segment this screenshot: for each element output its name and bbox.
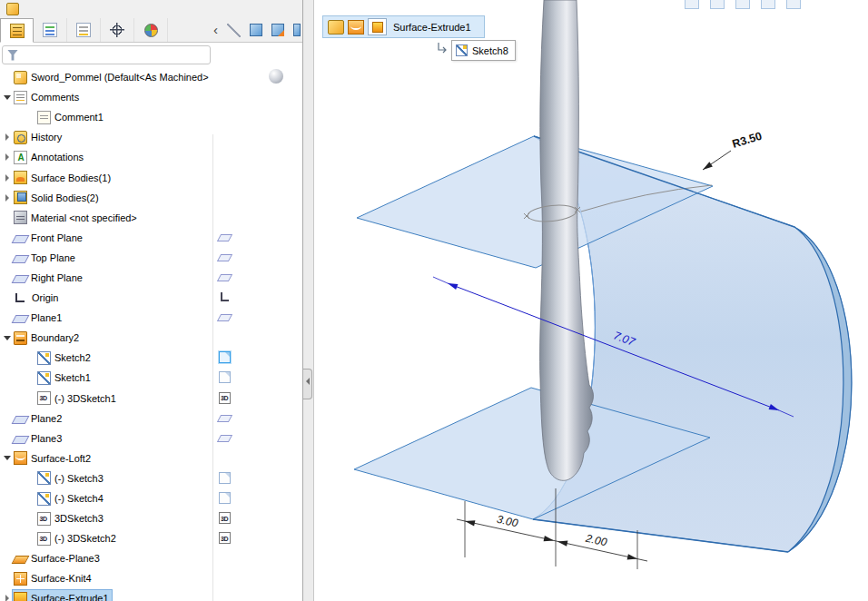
tree-item-content[interactable]: Surface Bodies(1) — [13, 170, 113, 186]
tree-item-content[interactable]: Sketch2 — [36, 350, 94, 366]
tree-item-surface-extrude1[interactable]: Surface-Extrude1 — [0, 588, 303, 601]
breadcrumb-label: Surface-Extrude1 — [393, 22, 471, 33]
tree-item-content[interactable]: Plane3 — [13, 430, 64, 447]
tree-item-content[interactable]: Material <not specified> — [13, 210, 140, 226]
part-icon[interactable] — [328, 20, 344, 34]
tree-item-3dsketch2[interactable]: (-) 3DSketch2 — [0, 528, 303, 548]
hide-show-icon[interactable] — [227, 24, 241, 37]
expand-arrow-icon — [25, 389, 36, 409]
orientation-cube-icon[interactable] — [250, 24, 262, 36]
expand-arrow-icon[interactable] — [2, 588, 13, 601]
tree-item-label: (-) 3DSketch1 — [54, 393, 116, 404]
tree-item-sketch1[interactable]: Sketch1 — [0, 368, 303, 388]
expand-arrow-icon — [2, 548, 13, 568]
tree-item-history[interactable]: History — [0, 127, 303, 147]
expand-arrow-icon[interactable] — [2, 87, 13, 107]
feature-icon[interactable] — [348, 20, 364, 34]
tree-item-content[interactable]: Sword_Pommel (Default<As Machined> — [13, 69, 212, 85]
tab-displaymanager[interactable] — [134, 18, 168, 42]
tree-item-sketch4[interactable]: (-) Sketch4 — [0, 488, 303, 508]
tree-item-content[interactable]: Surface-Extrude1 — [13, 590, 112, 601]
tree-item-plane1[interactable]: Plane1 — [0, 308, 303, 328]
tree-item-content[interactable]: Surface-Plane3 — [13, 550, 103, 567]
tree-item-content[interactable]: Surface-Knit4 — [13, 570, 94, 586]
filter-funnel-icon[interactable] — [7, 50, 18, 61]
tree-item-surface-knit4[interactable]: Surface-Knit4 — [0, 568, 303, 588]
tree-item-surface-loft2[interactable]: Surface-Loft2 — [0, 448, 303, 468]
heads-up-toolbar-icon[interactable] — [735, 0, 750, 9]
tree-item-comment1[interactable]: Comment1 — [0, 107, 303, 127]
tree-item-content[interactable]: Plane2 — [13, 410, 64, 427]
tree-item-sword-pommel-default-as-machined[interactable]: Sword_Pommel (Default<As Machined> — [0, 67, 303, 87]
tab-dimxpertmanager[interactable] — [101, 18, 134, 42]
tree-item-content[interactable]: History — [13, 129, 64, 145]
expand-arrow-icon[interactable] — [2, 448, 13, 468]
tree-item-material-not-specified[interactable]: Material <not specified> — [0, 208, 303, 228]
collapse-chevron-icon[interactable]: ‹ — [213, 23, 218, 36]
tree-item-content[interactable]: Solid Bodies(2) — [13, 190, 102, 206]
tree-item-content[interactable]: (-) Sketch3 — [36, 470, 106, 487]
heads-up-toolbar-icon[interactable] — [685, 0, 699, 9]
heads-up-toolbar-icon[interactable] — [710, 0, 725, 9]
tree-item-content[interactable]: Comment1 — [36, 109, 106, 125]
graphics-area[interactable]: R3.50 7.07 3.00 2.00 — [314, 0, 868, 601]
tree-item-plane3[interactable]: Plane3 — [0, 429, 303, 448]
tree-item-content[interactable]: Comments — [13, 89, 82, 105]
tree-item-sketch2[interactable]: Sketch2 — [0, 348, 303, 368]
expand-arrow-icon[interactable] — [2, 127, 13, 147]
tree-item-surface-plane3[interactable]: Surface-Plane3 — [0, 548, 303, 568]
heads-up-toolbar-icon[interactable] — [786, 0, 801, 9]
heads-up-toolbar — [685, 0, 801, 10]
tree-item-content[interactable]: Right Plane — [13, 270, 85, 286]
selection-breadcrumb[interactable]: Surface-Extrude1 — [322, 15, 485, 38]
tree-item-plane2[interactable]: Plane2 — [0, 409, 303, 429]
configurationmanager-icon — [76, 23, 91, 37]
tree-item-3dsketch1[interactable]: (-) 3DSketch1 — [0, 389, 303, 409]
tree-item-annotations[interactable]: Annotations — [0, 147, 303, 167]
tree-item-content[interactable]: Plane1 — [13, 310, 64, 326]
dim-depth-text[interactable]: 2.00 — [584, 532, 608, 549]
expand-arrow-icon[interactable] — [2, 188, 13, 208]
plane-display-pane-icon — [217, 234, 232, 241]
tree-item-content[interactable]: 3DSketch3 — [36, 510, 106, 527]
tree-item-front-plane[interactable]: Front Plane — [0, 228, 303, 248]
tree-item-content[interactable]: Origin — [13, 290, 61, 306]
clipped-cube-icon[interactable] — [293, 24, 301, 36]
tree-item-3dsketch3[interactable]: 3DSketch3 — [0, 508, 303, 528]
tree-item-content[interactable]: (-) 3DSketch1 — [36, 390, 119, 407]
expand-arrow-icon[interactable] — [2, 328, 13, 348]
splitter-handle[interactable] — [303, 369, 312, 399]
heads-up-toolbar-icon[interactable] — [761, 0, 775, 9]
tree-item-right-plane[interactable]: Right Plane — [0, 268, 303, 288]
tree-item-content[interactable]: Surface-Loft2 — [13, 450, 94, 467]
expand-arrow-icon — [2, 288, 13, 308]
tab-propertymanager[interactable] — [34, 18, 67, 42]
appearance-cube-icon[interactable] — [271, 24, 284, 36]
tree-item-content[interactable]: Sketch1 — [36, 369, 94, 386]
tree-item-surface-bodies-1[interactable]: Surface Bodies(1) — [0, 167, 303, 187]
filter-input[interactable] — [23, 47, 210, 63]
dim-width-text[interactable]: 3.00 — [496, 513, 519, 530]
tree-item-solid-bodies-2[interactable]: Solid Bodies(2) — [0, 188, 303, 208]
tab-configurationmanager[interactable] — [67, 18, 101, 42]
expand-arrow-icon[interactable] — [2, 167, 13, 187]
plane-icon — [12, 255, 30, 263]
tree-item-content[interactable]: (-) Sketch4 — [36, 490, 106, 507]
tree-item-content[interactable]: (-) 3DSketch2 — [36, 530, 119, 547]
tree-item-content[interactable]: Boundary2 — [13, 330, 82, 346]
tree-item-content[interactable]: Front Plane — [13, 230, 85, 246]
child-feature-flag[interactable]: Sketch8 — [451, 40, 516, 61]
panel-splitter[interactable] — [303, 0, 314, 601]
tree-item-content[interactable]: Annotations — [13, 149, 86, 165]
tab-featuremanager[interactable] — [0, 18, 34, 43]
dim-radius-text[interactable]: R3.50 — [731, 130, 764, 151]
tree-item-comments[interactable]: Comments — [0, 87, 303, 107]
expand-arrow-icon[interactable] — [2, 147, 13, 167]
tree-item-sketch3[interactable]: (-) Sketch3 — [0, 468, 303, 488]
tree-item-top-plane[interactable]: Top Plane — [0, 248, 303, 268]
tree-item-boundary2[interactable]: Boundary2 — [0, 328, 303, 348]
tree-item-origin[interactable]: Origin — [0, 288, 303, 308]
tree-item-content[interactable]: Top Plane — [13, 250, 78, 266]
dim-diagonal-ext-left — [433, 277, 448, 283]
surface-extrude-icon[interactable] — [368, 18, 387, 35]
